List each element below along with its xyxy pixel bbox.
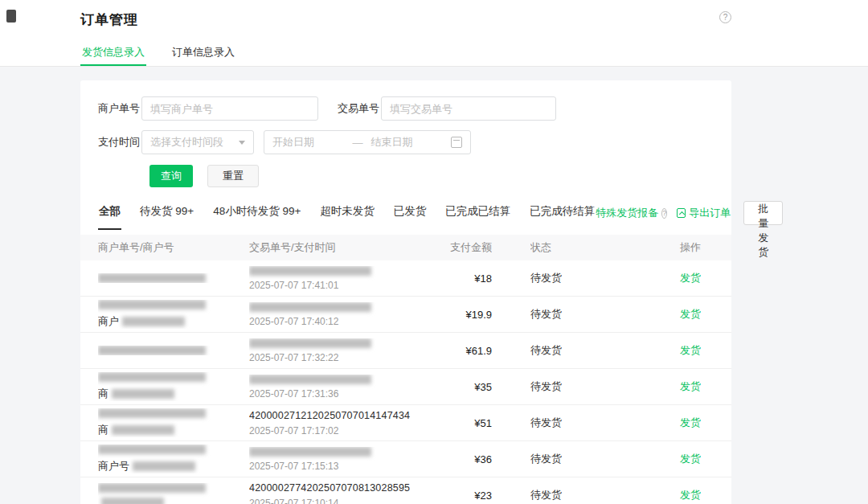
transaction-no-input[interactable] [381, 96, 556, 121]
date-range-picker[interactable]: 开始日期 — 结束日期 [264, 130, 471, 154]
column-header: 商户单号/商户号 [98, 240, 249, 255]
table-row: 2025-07-07 17:32:22¥61.9待发货发货 [80, 333, 731, 369]
order-table: 商户单号/商户号交易单号/支付时间支付金额状态操作 2025-07-07 17:… [80, 235, 731, 504]
amount-cell: ¥36 [434, 453, 492, 465]
reset-button[interactable]: 重置 [207, 165, 259, 187]
status-tabs: 全部待发货 99+48小时待发货 99+超时未发货已发货已完成已结算已完成待结算 [98, 199, 596, 230]
merchant-no-label: 商户单号 [98, 101, 140, 116]
status-cell: 待发货 [530, 307, 651, 322]
amount-cell: ¥51 [434, 417, 492, 429]
transaction-cell: 2025-07-07 17:41:01 [249, 266, 434, 291]
transaction-no: 4200002712120250707014147434 [249, 410, 434, 421]
merchant-no-input[interactable] [141, 96, 318, 121]
action-cell: 发货 [651, 307, 701, 322]
ship-action-link[interactable]: 发货 [680, 344, 701, 356]
export-icon [677, 208, 686, 218]
status-tab-2[interactable]: 待发货 99+ [139, 199, 194, 230]
ship-action-link[interactable]: 发货 [680, 489, 701, 501]
redacted-merchant-id [112, 425, 174, 435]
redacted-merchant-id [122, 317, 185, 326]
pay-time-select-placeholder: 选择支付时间段 [150, 135, 223, 150]
amount-cell: ¥61.9 [434, 345, 492, 357]
amount-cell: ¥35 [434, 381, 492, 393]
redacted-merchant-id [133, 461, 195, 471]
merchant-cell: 商户 [98, 300, 249, 329]
ship-action-link[interactable]: 发货 [680, 272, 701, 284]
merchant-id [98, 498, 249, 504]
status-tab-3[interactable]: 48小时待发货 99+ [212, 199, 301, 230]
date-end-input[interactable]: 结束日期 [371, 135, 444, 150]
pay-time: 2025-07-07 17:10:14 [249, 498, 434, 504]
pay-time-select[interactable]: 选择支付时间段 [141, 130, 254, 154]
status-cell: 待发货 [530, 452, 651, 466]
redacted-transaction-no [249, 302, 371, 312]
table-header-row: 商户单号/商户号交易单号/支付时间支付金额状态操作 [80, 235, 731, 260]
status-tab-6[interactable]: 已完成已结算 [444, 199, 511, 230]
column-header: 支付金额 [434, 240, 492, 255]
merchant-id-text: 商户 [98, 314, 119, 329]
page-header: 订单管理 ? [0, 0, 868, 39]
transaction-cell: 42000027121202507070141474342025-07-07 1… [249, 410, 434, 436]
merchant-id: 商户号 [98, 459, 249, 473]
batch-ship-button[interactable]: 批量发货 [743, 201, 783, 225]
special-shipping-report-label: 特殊发货报备 [596, 206, 658, 220]
special-shipping-report-link[interactable]: 特殊发货报备 [596, 206, 658, 220]
pay-time: 2025-07-07 17:15:13 [249, 461, 434, 472]
filter-row-buttons: 查询 重置 [98, 164, 714, 188]
redacted-merchant-order-no [98, 346, 206, 355]
filter-row-pay-time: 支付时间 选择支付时间段 开始日期 — 结束日期 [98, 130, 714, 154]
merchant-cell: 商 [98, 372, 249, 401]
action-cell: 发货 [651, 343, 701, 358]
merchant-id: 商 [98, 423, 249, 437]
main-tab-2[interactable]: 订单信息录入 [170, 39, 236, 66]
status-tab-4[interactable]: 超时未发货 [319, 199, 375, 230]
merchant-id: 商 [98, 387, 249, 401]
amount-cell: ¥23 [434, 490, 492, 502]
menu-icon[interactable] [6, 10, 16, 23]
main-tab-1[interactable]: 发货信息录入 [80, 39, 146, 66]
status-filter-row: 全部待发货 99+48小时待发货 99+超时未发货已发货已完成已结算已完成待结算… [80, 199, 731, 230]
status-cell: 待发货 [530, 343, 651, 358]
help-icon[interactable]: ? [719, 11, 731, 23]
status-cell: 待发货 [530, 416, 651, 430]
table-row: 商2025-07-07 17:31:36¥35待发货发货 [80, 369, 731, 405]
ship-action-link[interactable]: 发货 [680, 308, 701, 320]
date-start-input[interactable]: 开始日期 [272, 135, 345, 150]
info-icon[interactable]: ? [661, 208, 667, 219]
status-cell: 待发货 [530, 379, 651, 394]
chevron-down-icon [239, 141, 245, 145]
merchant-cell: 商 [98, 408, 249, 437]
page-title: 订单管理 [80, 10, 138, 29]
order-management-card: 商户单号 交易单号 支付时间 选择支付时间段 开始日期 — 结束日期 [80, 80, 731, 504]
table-row: 2025-07-07 17:41:01¥18待发货发货 [80, 260, 731, 297]
table-row: 商户2025-07-07 17:40:12¥19.9待发货发货 [80, 297, 731, 333]
pay-time: 2025-07-07 17:40:12 [249, 316, 434, 327]
ship-action-link[interactable]: 发货 [680, 453, 701, 465]
filter-form: 商户单号 交易单号 支付时间 选择支付时间段 开始日期 — 结束日期 [80, 96, 731, 188]
transaction-cell: 2025-07-07 17:15:13 [249, 447, 434, 472]
merchant-id-text: 商户号 [98, 459, 129, 473]
action-cell: 发货 [651, 452, 701, 466]
order-table-header: 商户单号/商户号交易单号/支付时间支付金额状态操作 [80, 235, 731, 260]
status-tab-1[interactable]: 全部 [98, 199, 121, 230]
table-row: 42000027742025070708130285952025-07-07 1… [80, 477, 731, 504]
calendar-icon [451, 137, 462, 148]
transaction-cell: 2025-07-07 17:32:22 [249, 338, 434, 363]
action-cell: 发货 [651, 416, 701, 430]
status-cell: 待发货 [530, 271, 651, 285]
merchant-cell [98, 483, 249, 504]
redacted-merchant-order-no [98, 273, 206, 283]
order-table-body: 2025-07-07 17:41:01¥18待发货发货商户2025-07-07 … [80, 260, 731, 504]
ship-action-link[interactable]: 发货 [680, 416, 701, 428]
search-button[interactable]: 查询 [149, 165, 193, 187]
export-order-link[interactable]: 导出订单 [677, 206, 731, 220]
ship-action-link[interactable]: 发货 [680, 380, 701, 392]
redacted-merchant-order-no [98, 300, 206, 309]
column-header: 操作 [651, 240, 701, 255]
pay-time: 2025-07-07 17:41:01 [249, 280, 434, 291]
status-tab-7[interactable]: 已完成待结算 [529, 199, 596, 230]
merchant-id-text: 商 [98, 423, 108, 437]
merchant-cell: 商户号 [98, 445, 249, 473]
status-tab-5[interactable]: 已发货 [393, 199, 428, 230]
table-actions: 特殊发货报备 ? 导出订单 批量发货 [596, 201, 783, 230]
